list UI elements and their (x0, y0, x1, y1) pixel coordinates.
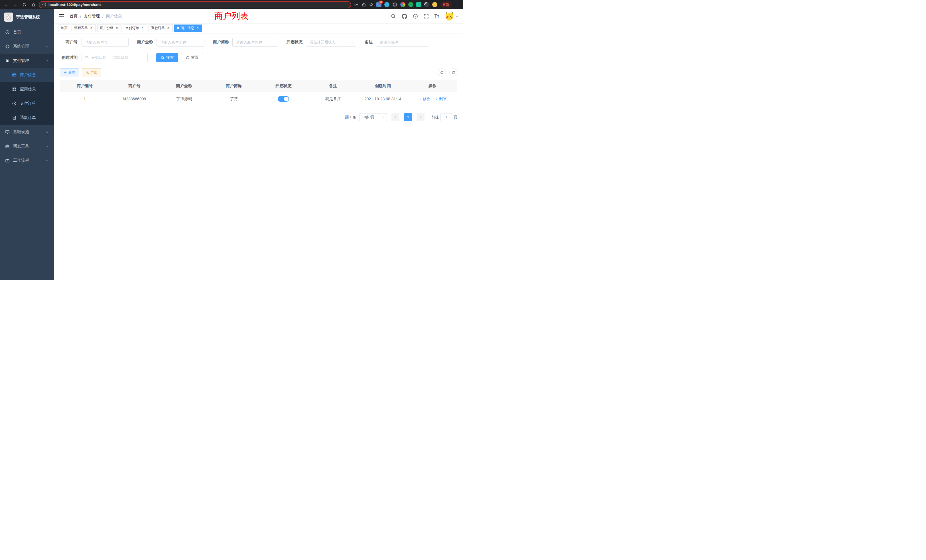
next-page-button[interactable] (416, 113, 425, 121)
user-menu[interactable] (445, 12, 458, 21)
share-icon[interactable] (362, 2, 366, 7)
browser-update-button[interactable]: 更新 (440, 2, 452, 8)
browser-toolbar: ← → localhost:1024/pay/merchant 10 更新 (0, 0, 463, 9)
cell-short-name: 芋艿 (209, 92, 259, 106)
font-size-icon[interactable]: TT (434, 14, 439, 19)
sidebar-item-app-info[interactable]: 应用信息 (0, 82, 54, 96)
home-icon[interactable] (30, 1, 37, 8)
toggle-knob-icon (284, 97, 289, 101)
toggle-search-icon[interactable] (438, 68, 446, 76)
tab-merchant-info[interactable]: 商户信息 × (174, 24, 202, 32)
sidebar-item-infrastructure[interactable]: 基础设施 (0, 125, 54, 139)
sidebar-item-label: 商户信息 (20, 73, 36, 77)
edit-link[interactable]: 修改 (419, 96, 430, 101)
sidebar-item-merchant-info[interactable]: 商户信息 (0, 68, 54, 82)
merchant-no-label: 商户号 (60, 39, 77, 45)
extension-pinwheel-icon[interactable] (424, 2, 429, 7)
forward-icon[interactable]: → (11, 1, 19, 8)
extension-dark-icon[interactable] (392, 2, 398, 7)
create-time-range-picker[interactable]: 开始日期 - 结束日期 (82, 53, 148, 62)
github-icon[interactable] (402, 14, 407, 19)
prev-page-button[interactable] (392, 113, 399, 121)
sidebar-item-home[interactable]: 首页 (0, 25, 54, 39)
tab-label: 首页 (61, 26, 68, 30)
cell-create-time: 2021-10-23 08:31:14 (358, 92, 408, 106)
app-title: 芋道管理系统 (16, 15, 40, 20)
col-header: 创建时间 (358, 80, 408, 92)
page-size-select[interactable]: 10条/页 (359, 113, 387, 121)
create-time-label: 创建时间 (60, 55, 77, 60)
password-key-icon[interactable] (354, 2, 359, 7)
tab-user-group[interactable]: 用户分组 × (97, 24, 121, 32)
sidebar-item-refund-order[interactable]: 退款订单 (0, 110, 54, 125)
filter-row-2: 创建时间 开始日期 - 结束日期 搜索 重置 (60, 53, 457, 62)
briefcase-icon (5, 158, 10, 163)
page-number-button[interactable]: 1 (404, 113, 412, 121)
extension-green-icon[interactable] (408, 2, 413, 7)
tab-label: 用户分组 (100, 26, 113, 30)
chevron-down-icon (45, 130, 49, 134)
extension-face-icon[interactable] (432, 2, 437, 7)
export-button-label: 导出 (91, 70, 97, 75)
tab-refund-order[interactable]: 退款订单 × (148, 24, 173, 32)
page-info-icon[interactable] (42, 3, 46, 6)
sidebar-item-system[interactable]: 系统管理 (0, 39, 54, 54)
refresh-table-icon[interactable] (449, 68, 457, 76)
active-dot-icon (177, 27, 179, 29)
breadcrumb-item[interactable]: 支付管理 (84, 14, 100, 19)
extension-color-icon[interactable] (400, 2, 406, 7)
url-text: localhost:1024/pay/merchant (48, 3, 101, 7)
pagination: 共 1 条 10条/页 1 前往 (60, 113, 457, 121)
refresh-icon[interactable] (21, 1, 28, 8)
search-icon[interactable] (391, 14, 396, 19)
search-button[interactable]: 搜索 (156, 53, 178, 62)
sidebar-item-payment[interactable]: ¥ 支付管理 (0, 54, 54, 68)
add-button[interactable]: 新增 (60, 68, 79, 76)
browser-menu-icon[interactable]: ⋮ (454, 2, 460, 7)
sidebar-logo[interactable]: 芋道管理系统 (0, 9, 54, 25)
calendar-icon (85, 56, 89, 60)
toolbox-icon (5, 144, 10, 148)
export-button[interactable]: 导出 (82, 68, 101, 76)
reset-button[interactable]: 重置 (181, 53, 203, 62)
bookmark-star-icon[interactable] (369, 2, 374, 7)
status-select[interactable]: 请选择开启状态 (306, 38, 356, 47)
goto-page-input[interactable] (440, 113, 452, 121)
sidebar-item-dev-tools[interactable]: 研发工具 (0, 139, 54, 153)
merchant-no-input[interactable] (82, 38, 129, 47)
full-name-input[interactable] (156, 38, 204, 47)
extension-square-icon[interactable] (416, 2, 421, 7)
sidebar-fold-icon[interactable] (59, 14, 64, 18)
close-icon[interactable]: × (141, 26, 145, 30)
back-icon[interactable]: ← (2, 1, 10, 8)
extension-drop-icon[interactable] (384, 2, 389, 7)
close-icon[interactable]: × (89, 26, 93, 30)
tab-pay-order[interactable]: 支付订单 × (123, 24, 147, 32)
end-date-placeholder: 结束日期 (113, 55, 128, 60)
short-name-input[interactable] (232, 38, 278, 47)
chevron-down-icon (45, 45, 49, 48)
fullscreen-icon[interactable] (424, 14, 429, 19)
help-icon[interactable]: ? (413, 14, 418, 19)
url-bar[interactable]: localhost:1024/pay/merchant (39, 1, 351, 8)
merchant-table: 商户编号 商户号 商户全称 商户简称 开启状态 备注 创建时间 操作 1 M23… (60, 80, 457, 106)
close-icon[interactable]: × (166, 26, 170, 30)
remark-input[interactable] (376, 38, 429, 47)
status-label: 开启状态 (286, 39, 303, 45)
sidebar-item-workflow[interactable]: 工作流程 (0, 153, 54, 168)
range-separator: - (109, 56, 110, 60)
close-icon[interactable]: × (115, 26, 119, 30)
tab-process-form[interactable]: 流程表单 × (71, 24, 96, 32)
dashboard-icon (5, 30, 10, 35)
tab-home[interactable]: 首页 (58, 24, 70, 32)
chevron-down-icon (45, 145, 49, 148)
goto-unit: 页 (454, 115, 457, 120)
sidebar-item-pay-order[interactable]: 支付订单 (0, 96, 54, 110)
extensions-puzzle-icon[interactable]: 10 (376, 2, 381, 7)
gear-icon (5, 44, 10, 49)
close-icon[interactable]: × (195, 26, 200, 30)
breadcrumb-item[interactable]: 首页 (70, 14, 77, 19)
status-toggle[interactable] (278, 96, 289, 102)
delete-link[interactable]: 删除 (435, 96, 446, 101)
sidebar-item-label: 首页 (13, 30, 21, 35)
